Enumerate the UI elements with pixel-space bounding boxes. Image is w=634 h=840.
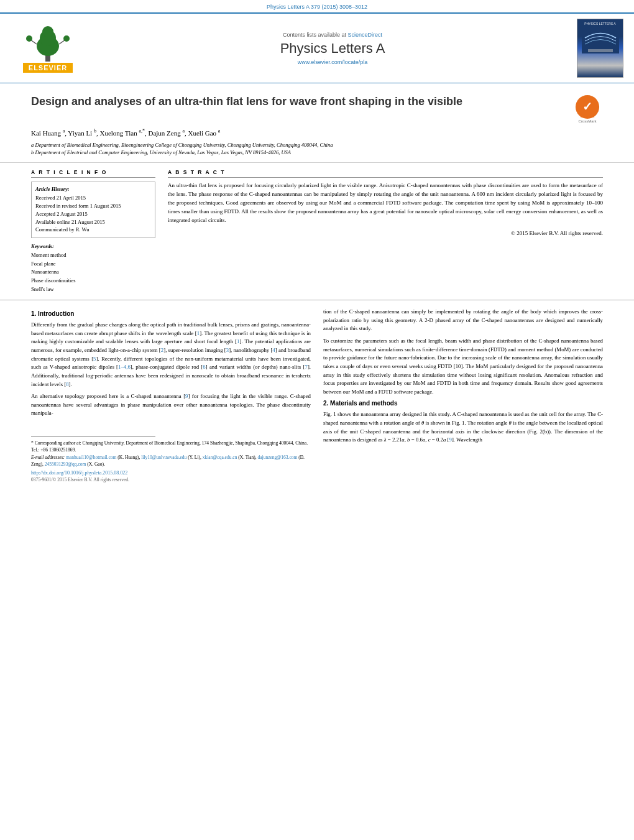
svg-point-6 — [26, 35, 32, 42]
email2-name: (Y. Li), — [188, 455, 201, 460]
journal-center: Contents lists available at ScienceDirec… — [94, 32, 571, 65]
svg-point-7 — [63, 35, 70, 42]
keywords-list: Moment method Focal plane Nanoantenna Ph… — [31, 251, 155, 293]
abstract-title: A B S T R A C T — [168, 169, 603, 178]
email5[interactable]: 2455031293@qq.com — [45, 461, 86, 467]
communicated-by: Communicated by R. Wu — [35, 226, 151, 234]
doi-link[interactable]: http://dx.doi.org/10.1016/j.physleta.201… — [31, 470, 311, 476]
svg-point-3 — [42, 26, 53, 37]
article-header: Design and analyses of an ultra-thin fla… — [0, 83, 634, 163]
body-left-column: 1. Introduction Differently from the gra… — [31, 308, 311, 482]
svg-text:CrossMark: CrossMark — [581, 115, 595, 118]
right-para2: To customize the parameters such as the … — [323, 337, 603, 396]
footnote-section: * Corresponding author at: Chongqing Uni… — [31, 436, 311, 482]
received-date: Received 21 April 2015 — [35, 194, 151, 202]
available-date: Available online 21 August 2015 — [35, 218, 151, 226]
article-title-row: Design and analyses of an ultra-thin fla… — [31, 95, 603, 123]
ref-6[interactable]: 6 — [203, 364, 205, 370]
journal-citation: Physics Letters A 379 (2015) 3008–3012 — [267, 4, 367, 10]
authors-line: Kai Huang a, Yiyan Li b, Xuelong Tian a,… — [31, 128, 603, 137]
ref-1b[interactable]: 1 — [237, 338, 239, 344]
ref-5[interactable]: 5 — [93, 356, 96, 362]
ref-9[interactable]: 9 — [185, 393, 188, 399]
corresponding-note: * Corresponding author at: Chongqing Uni… — [31, 440, 311, 454]
affiliation-b: b Department of Electrical and Computer … — [31, 149, 603, 157]
journal-url[interactable]: www.elsevier.com/locate/pla — [94, 59, 571, 65]
journal-cover: PHYSICS LETTERS A — [577, 19, 627, 78]
article-info-left: A R T I C L E I N F O Article History: R… — [31, 169, 155, 293]
email4[interactable]: dajunzeng@163.com — [258, 455, 298, 460]
ref-7[interactable]: 7 — [305, 364, 307, 370]
footnote-divider — [31, 436, 155, 437]
ref-4[interactable]: 4 — [272, 347, 275, 353]
materials-heading: 2. Materials and methods — [323, 400, 603, 407]
article-title: Design and analyses of an ultra-thin fla… — [31, 95, 566, 109]
affiliation-a: a Department of Biomedical Engineering, … — [31, 142, 603, 149]
article-info-right: A B S T R A C T An ultra-thin flat lens … — [168, 169, 603, 293]
svg-rect-9 — [588, 49, 613, 52]
contents-line: Contents lists available at ScienceDirec… — [94, 32, 571, 38]
ref-3[interactable]: 3 — [226, 347, 229, 353]
elsevier-tree-icon — [23, 24, 73, 62]
issn-line: 0375-9601/© 2015 Elsevier B.V. All right… — [31, 477, 311, 482]
keyword-4: Phase discontinuities — [31, 277, 155, 285]
crossmark[interactable]: ✓ CrossMark CrossMark — [572, 95, 603, 123]
article-history-box: Article History: Received 21 April 2015 … — [31, 182, 155, 238]
journal-citation-bar: Physics Letters A 379 (2015) 3008–3012 — [0, 0, 634, 12]
keywords-box: Keywords: Moment method Focal plane Nano… — [31, 243, 155, 293]
keyword-5: Snell's law — [31, 285, 155, 294]
ref-2[interactable]: 2 — [161, 347, 163, 353]
email-line: E-mail addresses: manhuai110@hotmail.com… — [31, 454, 311, 468]
ref-9b[interactable]: 9 — [449, 436, 452, 443]
affiliations: a Department of Biomedical Engineering, … — [31, 142, 603, 157]
email3-name: (X. Tian), — [238, 455, 256, 460]
journal-header: ELSEVIER Contents lists available at Sci… — [0, 12, 634, 83]
keyword-2: Focal plane — [31, 260, 155, 269]
keyword-1: Moment method — [31, 251, 155, 260]
ref-146[interactable]: 1–4,6 — [118, 364, 131, 370]
email-label: E-mail addresses: — [31, 455, 65, 460]
history-title: Article History: — [35, 186, 151, 192]
revised-date: Received in revised form 1 August 2015 — [35, 202, 151, 210]
two-column-section: A R T I C L E I N F O Article History: R… — [0, 163, 634, 300]
ref-8[interactable]: 8 — [66, 381, 68, 387]
svg-text:✓: ✓ — [582, 100, 592, 113]
copyright-line: © 2015 Elsevier B.V. All rights reserved… — [168, 230, 603, 236]
crossmark-label: CrossMark — [578, 119, 596, 123]
elsevier-label: ELSEVIER — [23, 63, 73, 73]
keywords-title: Keywords: — [31, 243, 155, 249]
email1[interactable]: manhuai110@hotmail.com — [66, 455, 116, 460]
email5-name: (X. Gao). — [87, 461, 105, 467]
sciencedirect-link[interactable]: ScienceDirect — [348, 32, 383, 38]
body-right-column: tion of the C-shaped nanoantenna can sim… — [323, 308, 603, 482]
email1-name: (K. Huang), — [117, 455, 140, 460]
right-para1: tion of the C-shaped nanoantenna can sim… — [323, 308, 603, 333]
page-container: Physics Letters A 379 (2015) 3008–3012 E… — [0, 0, 634, 840]
email2[interactable]: lily10@unlv.nevada.edu — [141, 455, 186, 460]
ref-1[interactable]: 1 — [197, 330, 200, 336]
abstract-text: An ultra-thin flat lens is proposed for … — [168, 182, 603, 225]
materials-para1: Fig. 1 shows the nanoantenna array desig… — [323, 410, 603, 445]
article-info-title: A R T I C L E I N F O — [31, 169, 155, 178]
cover-box: PHYSICS LETTERS A — [577, 19, 623, 78]
email3[interactable]: xkian@cqa.edu.cn — [203, 455, 237, 460]
crossmark-icon: ✓ CrossMark — [575, 95, 600, 119]
journal-title: Physics Letters A — [94, 40, 571, 57]
accepted-date: Accepted 2 August 2015 — [35, 210, 151, 218]
body-content: 1. Introduction Differently from the gra… — [0, 300, 634, 489]
intro-heading: 1. Introduction — [31, 310, 311, 317]
cover-image-icon — [582, 25, 619, 60]
intro-para1: Differently from the gradual phase chang… — [31, 321, 311, 389]
elsevier-logo: ELSEVIER — [7, 24, 88, 73]
keyword-3: Nanoantenna — [31, 268, 155, 277]
intro-para2: An alternative topology proposed here is… — [31, 392, 311, 418]
